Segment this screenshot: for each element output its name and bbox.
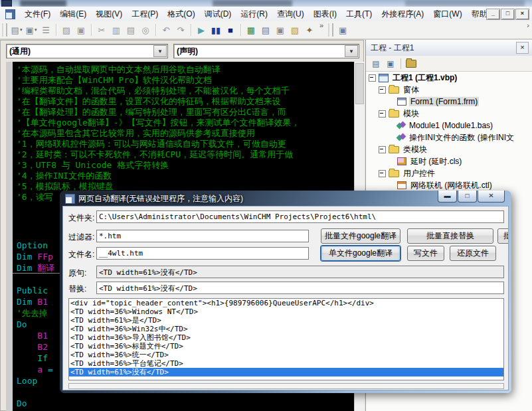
list-item[interactable]: <TD width=36%>统一</TD> — [69, 351, 503, 359]
scrollbar-thumb[interactable] — [355, 63, 364, 104]
toolbar-separator — [56, 24, 56, 36]
minimize-button[interactable]: _ — [486, 9, 500, 20]
batch-google-translate-button[interactable]: 批量文件google翻译 — [321, 228, 400, 244]
source-input[interactable]: <TD width=61%>没有</TD> — [96, 266, 504, 278]
start-button[interactable]: ▶ — [195, 23, 208, 37]
write-file-button[interactable]: 写文件 — [407, 246, 444, 261]
menu-item-e[interactable]: 编辑(E) — [55, 7, 91, 21]
cut-button[interactable]: ✂ — [95, 23, 108, 37]
comment-line: '在【翻译文件】的函数里，设置不汉化的特征码，根据帮助文档来设 — [17, 96, 300, 107]
add-form-button[interactable]: ▣▾ — [25, 23, 38, 37]
menu-item-o[interactable]: 格式(O) — [163, 7, 199, 21]
menu-item-u[interactable]: 查询(U) — [272, 7, 309, 21]
list-item[interactable]: <TD width=36%>导入图书馆</TD> — [69, 333, 503, 342]
chevron-down-icon[interactable]: ▾ — [35, 27, 37, 33]
collapse-expander-icon[interactable] — [379, 170, 386, 177]
class-icon — [397, 157, 406, 165]
cut-icon: ✂ — [98, 25, 106, 35]
chevron-down-icon[interactable]: ▼ — [153, 45, 167, 57]
view-code-button[interactable]: ▤ — [369, 57, 383, 70]
folder-input[interactable]: C:\Users\Administrator\Documents\WinCHM … — [96, 210, 504, 223]
list-item[interactable]: <TD width=61%>没有</TD> — [69, 368, 503, 376]
undo-button[interactable]: ↶ — [159, 23, 173, 37]
add-project-button[interactable]: ▤▾ — [10, 23, 23, 37]
procedure-combo[interactable]: (声明) ▼ — [173, 44, 359, 58]
filter-label: 过滤器: — [68, 232, 94, 243]
menu-item-i[interactable]: 图表(I) — [309, 7, 341, 21]
find-button[interactable]: ◎ — [139, 23, 152, 37]
undo-icon: ↶ — [163, 25, 170, 35]
paste-icon: ▤ — [127, 25, 135, 35]
copy-button[interactable]: ▥ — [110, 23, 123, 37]
close-button[interactable]: × — [515, 9, 529, 20]
tree-item[interactable]: Module1 (Module1.bas) — [366, 120, 532, 131]
collapse-expander-icon[interactable] — [379, 86, 386, 94]
list-item[interactable]: <TD width=61%>是</TD> — [69, 316, 503, 325]
single-google-translate-button[interactable]: 单文件google翻译 — [321, 246, 400, 261]
end-button[interactable]: ■ — [224, 23, 237, 37]
tree-item[interactable]: 类模块 — [366, 143, 532, 155]
menu-item-d[interactable]: 调试(D) — [200, 7, 236, 21]
redo-button[interactable]: ↷ — [174, 23, 187, 37]
filename-input[interactable]: __4wlt.htm — [96, 247, 309, 260]
close-button[interactable]: ✕ — [478, 191, 505, 203]
collapse-expander-icon[interactable] — [379, 110, 386, 118]
lines-listbox[interactable]: <div id="topic_header_content"><h1>{9897… — [68, 298, 504, 380]
list-item[interactable]: <TD width=36%>Windows NT</TD> — [69, 307, 503, 316]
restore-file-button[interactable]: 还原文件 — [450, 246, 496, 261]
maximize-button[interactable]: □ — [458, 191, 477, 203]
list-item[interactable]: <TD width=36%>标题文件</TD> — [69, 342, 503, 351]
toolbar-right-chevron[interactable]: › — [524, 21, 532, 29]
tree-item[interactable]: 网络联机 (网络联机.ctl) — [366, 179, 532, 191]
tree-item[interactable]: Form1 (Form1.frm) — [366, 96, 532, 108]
project-explorer-button[interactable]: ▦ — [244, 23, 258, 37]
toolbar-overflow-chevron[interactable]: » — [317, 21, 326, 29]
paste-button[interactable]: ▤ — [124, 23, 137, 37]
menu-item-w[interactable]: 窗口(W) — [428, 7, 466, 21]
tree-item[interactable]: 模块 — [366, 108, 532, 120]
comment-line: '4，操作INI文件的函数 — [17, 171, 300, 181]
menu-items: 文件(F)编辑(E)视图(V)工程(P)格式(O)调试(D)运行(R)查询(U)… — [20, 7, 503, 21]
filter-input[interactable]: *.htm — [96, 230, 309, 242]
view-object-button[interactable]: ▣ — [383, 57, 398, 70]
menu-item-t[interactable]: 工具(T) — [341, 7, 377, 21]
object-browser-icon: ✦ — [306, 25, 313, 35]
mdi-child-icon[interactable] — [5, 9, 15, 19]
list-item[interactable]: <div id="topic_header_content"><h1>{9897… — [69, 299, 503, 307]
open-project-button[interactable]: ▨ — [60, 23, 73, 37]
list-item[interactable]: <TD width=36%>Win32s中</TD> — [69, 325, 503, 333]
replace-input[interactable]: <TD width=61%>没有</TD> — [96, 282, 504, 294]
save-project-button[interactable]: ▣ — [74, 23, 88, 37]
object-browser-button[interactable]: ✦ — [303, 23, 316, 37]
list-item[interactable]: <TD width=36%>平台笔记</TD> — [69, 359, 503, 368]
menu-item-f[interactable]: 文件(F) — [20, 7, 55, 21]
toolbox-button[interactable]: ▧ — [288, 23, 302, 37]
toggle-folders-button[interactable] — [404, 57, 418, 70]
batch-replace-button[interactable]: 批量直接替换 — [407, 228, 493, 244]
form-layout-button[interactable]: ▣ — [274, 23, 287, 37]
menu-item-a[interactable]: 外接程序(A) — [377, 7, 428, 21]
tree-item[interactable]: 用户控件 — [366, 167, 532, 179]
collapse-expander-icon[interactable] — [379, 146, 386, 153]
tree-item[interactable]: 工程1 (工程1.vbp) — [366, 72, 532, 84]
minimize-button[interactable]: ▬ — [438, 191, 457, 203]
tree-item[interactable]: 窗体 — [366, 84, 532, 96]
comment-line: '1，网络联机控件源码：可以与网站通信或自动下载文件，可做自动更 — [17, 139, 300, 149]
menu-item-v[interactable]: 视图(V) — [91, 7, 127, 21]
collapse-expander-icon[interactable] — [369, 74, 376, 82]
properties-window-button[interactable]: ▤ — [259, 23, 272, 37]
object-combo[interactable]: (通用) ▼ — [6, 44, 168, 58]
chevron-down-icon[interactable]: ▼ — [345, 45, 358, 57]
window-layout-button[interactable]: ▣ — [336, 23, 349, 37]
menu-item-p[interactable]: 工程(P) — [127, 7, 163, 21]
menu-editor-button[interactable]: ☰ — [39, 23, 52, 37]
menu-item-r[interactable]: 运行(R) — [236, 7, 272, 21]
tree-item[interactable]: 操作INI文件的函数 (操作INI文 — [366, 131, 532, 143]
close-icon[interactable]: × — [516, 42, 529, 54]
batch-clipped-button[interactable]: 批量 — [497, 228, 509, 244]
start-icon: ▶ — [198, 25, 205, 35]
tree-item[interactable]: 延时 (延时.cls) — [366, 155, 532, 167]
restore-button[interactable]: □ — [501, 9, 515, 20]
chevron-down-icon[interactable]: ▾ — [20, 27, 23, 33]
break-button[interactable]: ▮▮ — [209, 23, 222, 37]
